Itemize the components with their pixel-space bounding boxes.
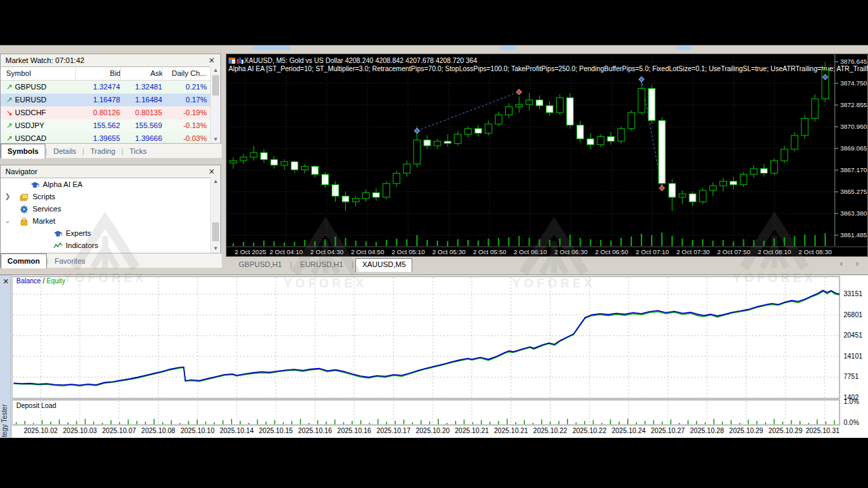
time-axis-label: 2 Oct 07:30 xyxy=(676,248,709,256)
daily-change-cell: 0.17% xyxy=(162,94,207,106)
market-watch-row[interactable]: ↗GBPUSD1.324741.324810.21% xyxy=(1,81,220,94)
navigator-item-alpha-ai-ea[interactable]: Alpha AI EA xyxy=(1,178,220,190)
navigator-item-market[interactable]: ⌄Market xyxy=(1,215,220,227)
chart-tab-gbpusd-h1[interactable]: GBPUSD,H1 xyxy=(233,259,288,270)
time-axis-label: 2 Oct 04:30 xyxy=(310,248,343,256)
legend-equity: Equity xyxy=(46,277,65,285)
navigator-item-indicators[interactable]: Indicators xyxy=(1,239,220,251)
navigator-item-label: Services xyxy=(33,203,61,215)
close-icon[interactable]: ✕ xyxy=(207,56,216,65)
time-axis-label: 2 Oct 07:50 xyxy=(717,248,750,256)
column-header-daily-ch-[interactable]: Daily Ch... xyxy=(162,67,206,80)
column-header-ask[interactable]: Ask xyxy=(120,67,163,80)
chart-tab-eurusd-h1[interactable]: EURUSD,H1 xyxy=(294,259,350,270)
daily-change-cell: -0.13% xyxy=(162,119,207,132)
navigator-scrollbar[interactable]: ▲ ▼ xyxy=(210,178,220,253)
scrollbar-thumb[interactable] xyxy=(212,75,219,96)
time-axis-label: 2 Oct 06:50 xyxy=(595,248,628,256)
tab-trading[interactable]: Trading xyxy=(84,144,121,158)
scrollbar-thumb[interactable] xyxy=(212,222,219,241)
tab-details[interactable]: Details xyxy=(47,144,83,158)
column-header-bid[interactable]: Bid xyxy=(75,67,121,80)
price-axis-label: 3872.855 xyxy=(840,101,867,108)
toolbar-button-highlight[interactable] xyxy=(253,46,290,50)
price-axis-label: 3867.170 xyxy=(840,166,867,174)
price-axis-label: 3870.960 xyxy=(840,123,867,130)
market-icon xyxy=(20,217,28,225)
tester-date-label: 2025.10.16 xyxy=(337,427,371,434)
tester-chart-legend: Balance / Equity xyxy=(16,277,65,285)
market-watch-row[interactable]: ↗USDJPY155.562155.569-0.13% xyxy=(1,119,220,132)
strategy-tester-panel: 2025.10.022025.10.032025.10.072025.10.08… xyxy=(0,274,868,438)
price-axis-label: 3876.645 xyxy=(840,58,867,65)
time-axis-label: 2 Oct 04:50 xyxy=(351,248,384,256)
scroll-down-icon[interactable]: ▼ xyxy=(211,245,220,253)
scroll-up-icon[interactable]: ▲ xyxy=(211,178,220,186)
market-watch-rows: ↗GBPUSD1.324741.324810.21%↗EURUSD1.16478… xyxy=(1,81,220,145)
chart-tab-xauusd-m5[interactable]: XAUUSD,M5 xyxy=(355,258,412,272)
chart-window[interactable]: XAUUSD, M5: Gold vs US Dollar 4208.240 4… xyxy=(226,54,868,257)
tick-up-icon: ↗ xyxy=(6,81,15,94)
toolbar-button-highlight[interactable] xyxy=(676,46,691,50)
deposit-axis-label: 1.0% xyxy=(844,398,859,405)
market-watch-header[interactable]: SymbolBidAskDaily Ch... xyxy=(1,67,220,81)
close-icon[interactable]: ✕ xyxy=(207,167,216,176)
time-axis-label: 2 Oct 07:10 xyxy=(635,248,669,256)
chart-tab-bar: GBPUSD,H1 | EURUSD,H1 | XAUUSD,M5 ‹ › xyxy=(226,257,868,271)
ask-cell: 155.569 xyxy=(120,119,162,132)
navigator-item-experts[interactable]: Experts xyxy=(1,227,220,239)
expand-icon[interactable]: ❯ xyxy=(5,190,10,203)
navigator-tree: Alpha AI EA❯ScriptsServices⌄MarketExpert… xyxy=(1,178,220,251)
scroll-up-icon[interactable]: ▲ xyxy=(211,66,220,75)
symbol-cell: ↗EURUSD xyxy=(6,94,81,106)
navigator-panel: Navigator ✕ Alpha AI EA❯ScriptsServices⌄… xyxy=(0,165,221,268)
tab-scroll-arrows[interactable]: ‹ › xyxy=(840,259,864,268)
deposit-load-label: Deposit Load xyxy=(16,402,56,409)
price-axis-label: 3874.750 xyxy=(840,79,867,87)
market-watch-row[interactable]: ↘USDCHF0.801260.80135-0.19% xyxy=(1,106,220,119)
time-axis-label: 2 Oct 2025 xyxy=(235,248,266,256)
mt5-terminal: Market Watch: 07:01:42 ✕ SymbolBidAskDai… xyxy=(0,0,868,488)
collapse-icon[interactable]: ⌄ xyxy=(5,215,10,227)
services-icon xyxy=(20,205,28,213)
deposit-axis-label: 0.0% xyxy=(844,419,859,426)
top-letterbox xyxy=(0,0,868,45)
tester-date-label: 2025.10.29 xyxy=(768,427,802,434)
navigator-item-services[interactable]: Services xyxy=(1,203,220,215)
tab-ticks[interactable]: Ticks xyxy=(123,144,153,158)
ask-cell: 1.16484 xyxy=(120,94,162,106)
tab-common[interactable]: Common xyxy=(1,253,47,268)
time-axis-label: 2 Oct 08:30 xyxy=(798,248,831,256)
tester-date-label: 2025.10.20 xyxy=(416,427,450,434)
toolbar-button-highlight[interactable] xyxy=(500,46,516,50)
bid-cell: 0.80126 xyxy=(75,106,120,119)
indicators-icon xyxy=(54,241,62,249)
daily-change-cell: 0.21% xyxy=(162,81,207,94)
tester-report-chart[interactable]: 2025.10.022025.10.032025.10.072025.10.08… xyxy=(12,275,868,439)
navigator-item-scripts[interactable]: ❯Scripts xyxy=(1,190,220,203)
market-watch-panel: Market Watch: 07:01:42 ✕ SymbolBidAskDai… xyxy=(0,54,221,158)
market-watch-scrollbar[interactable]: ▲ ▼ xyxy=(210,66,220,144)
tester-date-label: 2025.10.28 xyxy=(690,427,724,434)
tester-date-label: 2025.10.14 xyxy=(220,427,254,434)
tab-symbols[interactable]: Symbols xyxy=(1,144,45,159)
column-header-symbol[interactable]: Symbol xyxy=(6,67,74,80)
tab-favorites[interactable]: Favorites xyxy=(49,254,92,268)
time-axis-label: 2 Oct 05:30 xyxy=(432,248,465,256)
time-axis-label: 2 Oct 08:10 xyxy=(757,248,791,256)
market-watch-row[interactable]: ↗EURUSD1.164781.164840.17% xyxy=(1,94,220,106)
strategy-tester-vertical-tab[interactable]: tegy Tester xyxy=(1,336,11,437)
close-icon[interactable]: ✕ xyxy=(1,277,10,286)
toolbar-strip[interactable] xyxy=(0,45,868,54)
time-axis-label: 2 Oct 05:50 xyxy=(473,248,506,256)
navigator-item-label: Experts xyxy=(66,227,91,239)
tester-date-label: 2025.10.29 xyxy=(729,427,763,434)
balance-axis-label: 7751 xyxy=(844,373,859,380)
symbol-cell: ↗USDJPY xyxy=(6,119,81,132)
tester-date-label: 2025.10.21 xyxy=(455,427,489,434)
candlestick-chart[interactable]: 3876.6453874.7503872.8553870.9603869.065… xyxy=(226,54,867,256)
tester-date-label: 2025.10.31 xyxy=(806,427,840,434)
tester-date-label: 2025.10.24 xyxy=(612,427,646,434)
tester-date-label: 2025.10.17 xyxy=(376,427,410,434)
tester-date-label: 2025.10.16 xyxy=(298,427,332,434)
